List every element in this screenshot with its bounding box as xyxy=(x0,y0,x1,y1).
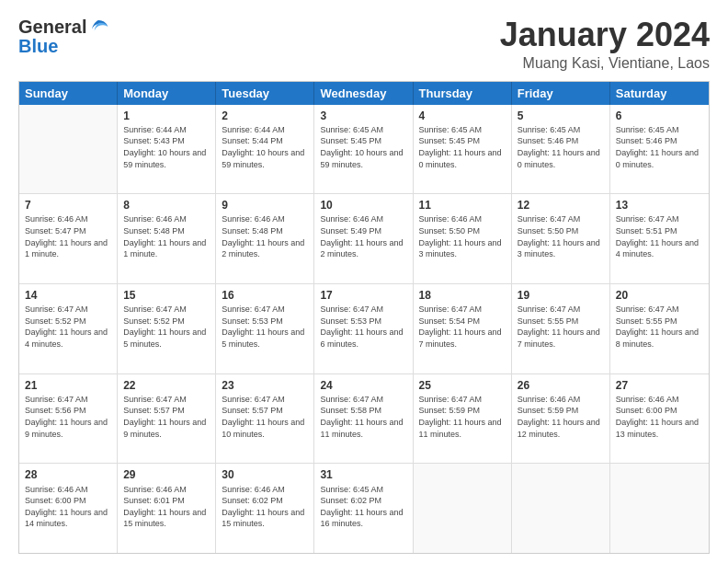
day-number: 3 xyxy=(320,109,406,123)
day-number: 6 xyxy=(616,109,703,123)
day-number: 19 xyxy=(518,288,604,303)
calendar-cell: 31Sunrise: 6:45 AMSunset: 6:02 PMDayligh… xyxy=(314,464,413,553)
day-number: 20 xyxy=(616,288,703,303)
calendar-cell: 8Sunrise: 6:46 AMSunset: 5:48 PMDaylight… xyxy=(118,194,216,283)
cell-info: Sunrise: 6:46 AMSunset: 5:50 PMDaylight:… xyxy=(419,213,506,259)
cell-info: Sunrise: 6:46 AMSunset: 6:00 PMDaylight:… xyxy=(25,484,111,530)
page: General Blue January 2024 Muang Kasi, Vi… xyxy=(0,0,728,563)
header-day-friday: Friday xyxy=(512,82,610,105)
calendar-cell: 14Sunrise: 6:47 AMSunset: 5:52 PMDayligh… xyxy=(19,284,118,373)
day-number: 2 xyxy=(222,109,308,123)
calendar-cell: 4Sunrise: 6:45 AMSunset: 5:45 PMDaylight… xyxy=(414,105,512,194)
day-number: 11 xyxy=(419,198,506,213)
calendar-cell: 27Sunrise: 6:46 AMSunset: 6:00 PMDayligh… xyxy=(610,374,709,464)
calendar-cell xyxy=(414,464,512,553)
cell-info: Sunrise: 6:45 AMSunset: 5:45 PMDaylight:… xyxy=(419,124,506,170)
header-day-saturday: Saturday xyxy=(610,82,709,105)
cell-info: Sunrise: 6:46 AMSunset: 6:00 PMDaylight:… xyxy=(616,394,703,440)
header-day-thursday: Thursday xyxy=(414,82,512,105)
logo-blue-label: Blue xyxy=(18,36,58,56)
calendar-cell xyxy=(512,464,610,553)
calendar-row-0: 1Sunrise: 6:44 AMSunset: 5:43 PMDaylight… xyxy=(19,105,709,195)
cell-info: Sunrise: 6:47 AMSunset: 5:53 PMDaylight:… xyxy=(222,304,308,350)
calendar-cell: 9Sunrise: 6:46 AMSunset: 5:48 PMDaylight… xyxy=(216,194,314,283)
calendar-cell: 25Sunrise: 6:47 AMSunset: 5:59 PMDayligh… xyxy=(414,374,512,464)
calendar-cell: 17Sunrise: 6:47 AMSunset: 5:53 PMDayligh… xyxy=(314,284,413,373)
calendar-cell: 1Sunrise: 6:44 AMSunset: 5:43 PMDaylight… xyxy=(118,105,216,194)
day-number: 26 xyxy=(518,378,604,393)
day-number: 14 xyxy=(25,288,111,303)
calendar-cell: 26Sunrise: 6:46 AMSunset: 5:59 PMDayligh… xyxy=(512,374,610,464)
day-number: 13 xyxy=(616,198,703,213)
day-number: 22 xyxy=(123,378,210,393)
calendar-cell: 15Sunrise: 6:47 AMSunset: 5:52 PMDayligh… xyxy=(118,284,216,373)
cell-info: Sunrise: 6:47 AMSunset: 5:52 PMDaylight:… xyxy=(123,304,210,350)
calendar-cell: 21Sunrise: 6:47 AMSunset: 5:56 PMDayligh… xyxy=(19,374,118,464)
calendar-cell: 19Sunrise: 6:47 AMSunset: 5:55 PMDayligh… xyxy=(512,284,610,373)
calendar-cell: 24Sunrise: 6:47 AMSunset: 5:58 PMDayligh… xyxy=(314,374,413,464)
cell-info: Sunrise: 6:47 AMSunset: 5:52 PMDaylight:… xyxy=(25,304,111,350)
calendar-cell: 18Sunrise: 6:47 AMSunset: 5:54 PMDayligh… xyxy=(414,284,512,373)
header-day-sunday: Sunday xyxy=(19,82,118,105)
cell-info: Sunrise: 6:47 AMSunset: 5:59 PMDaylight:… xyxy=(419,394,506,440)
calendar-cell: 20Sunrise: 6:47 AMSunset: 5:55 PMDayligh… xyxy=(610,284,709,373)
day-number: 28 xyxy=(25,467,111,482)
day-number: 10 xyxy=(320,198,406,213)
day-number: 24 xyxy=(320,378,406,393)
cell-info: Sunrise: 6:45 AMSunset: 5:46 PMDaylight:… xyxy=(616,124,703,170)
day-number: 5 xyxy=(518,109,604,123)
calendar-cell: 7Sunrise: 6:46 AMSunset: 5:47 PMDaylight… xyxy=(19,194,118,283)
day-number: 18 xyxy=(419,288,506,303)
calendar-cell: 13Sunrise: 6:47 AMSunset: 5:51 PMDayligh… xyxy=(610,194,709,283)
day-number: 1 xyxy=(123,109,210,123)
header-day-wednesday: Wednesday xyxy=(314,82,413,105)
calendar-cell: 28Sunrise: 6:46 AMSunset: 6:00 PMDayligh… xyxy=(19,464,118,553)
cell-info: Sunrise: 6:47 AMSunset: 5:57 PMDaylight:… xyxy=(222,394,308,440)
day-number: 29 xyxy=(123,467,210,482)
calendar-cell: 16Sunrise: 6:47 AMSunset: 5:53 PMDayligh… xyxy=(216,284,314,373)
calendar-row-3: 21Sunrise: 6:47 AMSunset: 5:56 PMDayligh… xyxy=(19,374,709,465)
day-number: 17 xyxy=(320,288,406,303)
day-number: 16 xyxy=(222,288,308,303)
day-number: 4 xyxy=(419,109,506,123)
calendar-cell: 12Sunrise: 6:47 AMSunset: 5:50 PMDayligh… xyxy=(512,194,610,283)
day-number: 12 xyxy=(518,198,604,213)
day-number: 15 xyxy=(123,288,210,303)
calendar-cell xyxy=(610,464,709,553)
cell-info: Sunrise: 6:45 AMSunset: 5:46 PMDaylight:… xyxy=(518,124,604,170)
cell-info: Sunrise: 6:44 AMSunset: 5:43 PMDaylight:… xyxy=(123,124,210,170)
cell-info: Sunrise: 6:45 AMSunset: 5:45 PMDaylight:… xyxy=(320,124,406,170)
calendar-cell: 11Sunrise: 6:46 AMSunset: 5:50 PMDayligh… xyxy=(414,194,512,283)
month-title: January 2024 xyxy=(500,17,710,53)
cell-info: Sunrise: 6:47 AMSunset: 5:55 PMDaylight:… xyxy=(518,304,604,350)
cell-info: Sunrise: 6:47 AMSunset: 5:56 PMDaylight:… xyxy=(25,394,111,440)
day-number: 23 xyxy=(222,378,308,393)
header-day-monday: Monday xyxy=(118,82,216,105)
day-number: 31 xyxy=(320,467,406,482)
cell-info: Sunrise: 6:46 AMSunset: 5:49 PMDaylight:… xyxy=(320,213,406,259)
header: General Blue January 2024 Muang Kasi, Vi… xyxy=(18,17,710,72)
cell-info: Sunrise: 6:46 AMSunset: 6:01 PMDaylight:… xyxy=(123,484,210,530)
day-number: 7 xyxy=(25,198,111,213)
calendar: SundayMondayTuesdayWednesdayThursdayFrid… xyxy=(18,81,710,554)
day-number: 27 xyxy=(616,378,703,393)
cell-info: Sunrise: 6:47 AMSunset: 5:53 PMDaylight:… xyxy=(320,304,406,350)
day-number: 8 xyxy=(123,198,210,213)
cell-info: Sunrise: 6:46 AMSunset: 5:47 PMDaylight:… xyxy=(25,213,111,259)
header-right: January 2024 Muang Kasi, Vientiane, Laos xyxy=(500,17,710,72)
location: Muang Kasi, Vientiane, Laos xyxy=(500,55,710,72)
calendar-cell: 5Sunrise: 6:45 AMSunset: 5:46 PMDaylight… xyxy=(512,105,610,194)
cell-info: Sunrise: 6:44 AMSunset: 5:44 PMDaylight:… xyxy=(222,124,308,170)
calendar-row-2: 14Sunrise: 6:47 AMSunset: 5:52 PMDayligh… xyxy=(19,284,709,374)
calendar-cell xyxy=(19,105,118,194)
cell-info: Sunrise: 6:47 AMSunset: 5:51 PMDaylight:… xyxy=(616,213,703,259)
cell-info: Sunrise: 6:46 AMSunset: 6:02 PMDaylight:… xyxy=(222,484,308,530)
calendar-cell: 30Sunrise: 6:46 AMSunset: 6:02 PMDayligh… xyxy=(216,464,314,553)
logo-flag-icon xyxy=(86,18,110,37)
cell-info: Sunrise: 6:45 AMSunset: 6:02 PMDaylight:… xyxy=(320,484,406,530)
calendar-cell: 29Sunrise: 6:46 AMSunset: 6:01 PMDayligh… xyxy=(118,464,216,553)
calendar-header: SundayMondayTuesdayWednesdayThursdayFrid… xyxy=(19,82,709,105)
calendar-body: 1Sunrise: 6:44 AMSunset: 5:43 PMDaylight… xyxy=(19,105,709,553)
day-number: 9 xyxy=(222,198,308,213)
calendar-cell: 3Sunrise: 6:45 AMSunset: 5:45 PMDaylight… xyxy=(314,105,413,194)
